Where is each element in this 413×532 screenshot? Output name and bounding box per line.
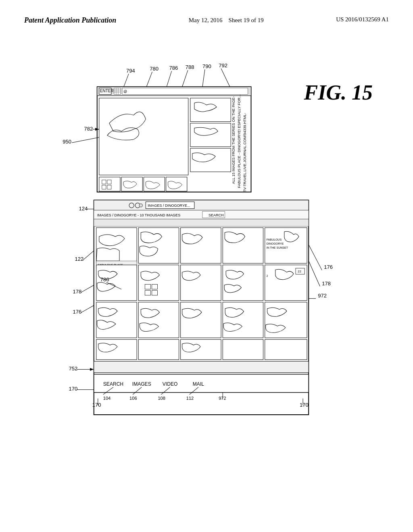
svg-rect-31 [121,177,142,191]
svg-text:22: 22 [298,270,301,273]
svg-rect-56 [265,228,307,263]
ref-178-left: 178 [73,289,81,295]
ref-950: 950 [63,139,71,145]
svg-line-5 [221,69,231,89]
patent-app-label: Patent Application Publication [24,16,116,25]
svg-text:FABULOUS PLACE - DINOGORYE! ES: FABULOUS PLACE - DINOGORYE! ESPECIALLY F… [237,95,241,188]
page-header: Patent Application Publication May 12, 2… [0,16,413,25]
svg-rect-12 [114,88,121,94]
ref-786-top: 786 [169,65,178,71]
svg-rect-73 [138,302,179,338]
patent-diagram: 794 780 786 788 790 792 784 754 [24,62,389,500]
ref-124: 124 [79,206,88,212]
svg-rect-78 [138,339,179,360]
ref-178-right: 178 [322,281,331,287]
svg-text:SEARCH: SEARCH [103,381,123,387]
svg-rect-17 [122,88,248,94]
svg-rect-80 [223,339,263,360]
svg-text:MAIL: MAIL [193,381,204,387]
svg-rect-24 [190,123,231,147]
ref-104-label: 104 [103,396,111,401]
svg-text:VIDEO: VIDEO [163,381,178,387]
svg-text:ENTER: ENTER [100,89,114,93]
svg-rect-22 [99,98,188,175]
svg-text:ALL 15 IMAGES FROM THE SERIES : ALL 15 IMAGES FROM THE SERIES ON THE PAG… [232,96,236,184]
ref-108-label: 108 [158,396,165,401]
svg-rect-32 [144,177,165,191]
svg-line-102 [81,305,94,313]
ref-106-label: 106 [129,396,137,401]
ref-780: 780 [150,66,159,72]
svg-rect-81 [265,339,307,360]
svg-rect-79 [181,339,221,360]
svg-rect-74 [181,302,221,338]
svg-line-98 [309,261,320,286]
svg-rect-49 [96,228,137,263]
svg-line-101 [81,285,94,293]
ref-972-side: 972 [318,293,327,299]
svg-rect-38 [94,200,309,210]
svg-text:TV-TRAVEL.LIVE.JOURNAL.COM/943: TV-TRAVEL.LIVE.JOURNAL.COM/94339.HTML- [243,113,247,192]
sheet-info: Sheet 19 of 19 [229,17,264,23]
svg-line-99 [309,245,322,270]
svg-text:FABULOUS: FABULOUS [267,238,282,241]
svg-rect-66 [181,265,221,300]
patent-number: US 2016/0132569 A1 [336,16,389,23]
ref-792: 792 [219,62,227,69]
svg-line-4 [202,69,205,87]
svg-rect-55 [223,228,263,263]
svg-text:IN THE SUNSET: IN THE SUNSET [267,246,288,249]
svg-rect-48 [94,219,309,227]
ref-112-label: 112 [186,396,194,401]
svg-text:@: @ [123,89,127,94]
ref-790: 790 [202,63,211,69]
ref-176-right: 176 [324,264,333,270]
svg-rect-54 [181,228,221,263]
ref-752: 752 [69,366,77,372]
svg-line-100 [83,251,94,260]
svg-rect-61 [138,265,179,300]
svg-text:SEARCH: SEARCH [209,213,224,217]
pub-date: May 12, 2016 [189,17,223,23]
svg-rect-77 [96,339,137,360]
svg-point-43 [139,204,142,207]
ref-788: 788 [186,64,194,70]
diagram-container: 794 780 786 788 790 792 784 754 [24,62,389,500]
svg-rect-53 [138,228,179,263]
ref-170-bottom-left: 170 [92,402,101,408]
ref-794: 794 [126,68,135,74]
ref-782: 782 [84,126,93,132]
svg-line-3 [182,70,188,87]
ref-176-left: 176 [73,309,81,315]
svg-rect-33 [166,177,187,191]
ref-972-nav: 972 [219,396,226,401]
svg-text:2: 2 [267,274,268,277]
svg-text:DINOGORYE: DINOGORYE [267,242,284,245]
svg-line-2 [166,71,172,89]
svg-text:IMAGES: IMAGES [132,381,151,387]
svg-rect-23 [190,98,231,121]
svg-line-35 [72,137,99,143]
svg-text:IMAGES / DINOGORYE...: IMAGES / DINOGORYE... [148,204,190,208]
ref-122: 122 [75,256,83,262]
svg-line-1 [146,72,152,89]
ref-170-bottom-right: 170 [300,402,309,408]
svg-text:IMAGES / DINOGORYE - 10 THOUSA: IMAGES / DINOGORYE - 10 THOUSAND IMAGES [97,213,180,217]
header-center: May 12, 2016 Sheet 19 of 19 [189,16,264,25]
ref-170-left: 170 [69,386,77,392]
svg-rect-82 [94,361,309,372]
ref-786-mid: 786 [100,276,109,283]
